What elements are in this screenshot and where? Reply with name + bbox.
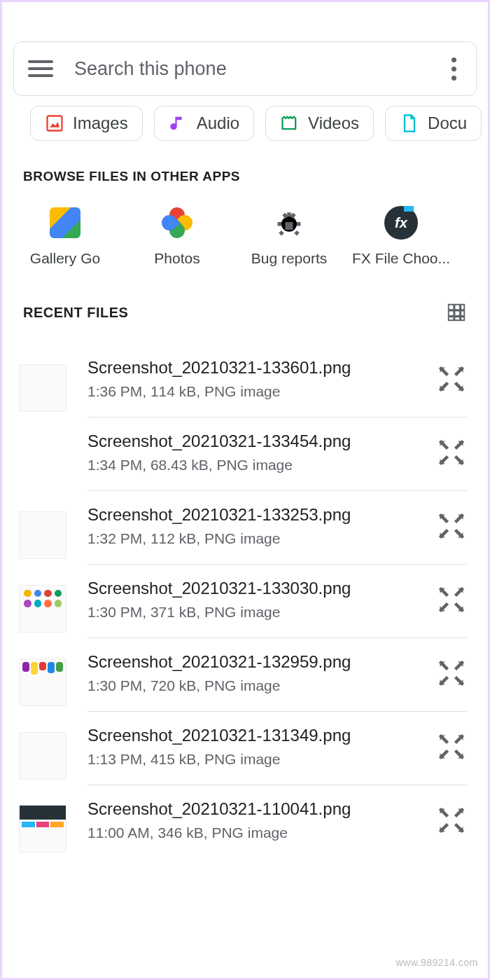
chip-label: Images: [73, 113, 128, 133]
file-thumbnail: [19, 511, 66, 559]
file-thumbnail: [19, 805, 66, 853]
file-row[interactable]: Screenshot_20210321-132959.png 1:30 PM, …: [2, 638, 488, 712]
svg-rect-0: [48, 116, 62, 131]
search-input-placeholder[interactable]: Search this phone: [74, 58, 445, 80]
file-meta: 1:13 PM, 415 kB, PNG image: [88, 751, 422, 768]
file-meta: 1:34 PM, 68.43 kB, PNG image: [88, 457, 422, 474]
app-bug-reports[interactable]: Bug reports: [233, 205, 345, 267]
svg-marker-1: [50, 122, 59, 127]
chip-label: Videos: [308, 113, 359, 133]
recent-files-title: RECENT FILES: [23, 305, 128, 321]
recent-files-header: RECENT FILES: [2, 267, 488, 323]
app-fx-file-chooser[interactable]: fx FX File Choo...: [345, 205, 457, 267]
file-thumbnail: [19, 585, 66, 633]
file-row[interactable]: Screenshot_20210321-110041.png 11:00 AM,…: [2, 785, 488, 858]
file-row[interactable]: Screenshot_20210321-133601.png 1:36 PM, …: [2, 344, 488, 417]
app-label: Bug reports: [251, 250, 328, 267]
document-icon: [400, 113, 419, 133]
photos-icon: [160, 205, 195, 240]
chip-documents[interactable]: Docu: [385, 106, 482, 141]
browse-section-title: BROWSE FILES IN OTHER APPS: [2, 141, 488, 184]
search-bar[interactable]: Search this phone: [13, 41, 477, 96]
fullscreen-icon[interactable]: [436, 658, 467, 689]
file-meta: 1:36 PM, 114 kB, PNG image: [88, 383, 422, 400]
file-name: Screenshot_20210321-133454.png: [88, 432, 422, 451]
fullscreen-icon[interactable]: [436, 805, 467, 836]
chip-audio[interactable]: Audio: [154, 106, 254, 141]
file-thumbnail: [19, 732, 66, 780]
audio-icon: [169, 113, 188, 133]
app-partial[interactable]: G: [457, 205, 488, 267]
fullscreen-icon[interactable]: [436, 437, 467, 468]
image-icon: [45, 113, 64, 133]
bug-icon: [272, 205, 307, 240]
chip-label: Audio: [197, 113, 239, 133]
watermark: www.989214.com: [396, 957, 478, 968]
fullscreen-icon[interactable]: [436, 511, 467, 541]
file-name: Screenshot_20210321-131349.png: [88, 726, 422, 745]
app-label: Photos: [154, 250, 200, 267]
apps-row[interactable]: Gallery Go Photos Bug reports fx FX File…: [2, 184, 488, 267]
fx-icon: fx: [384, 205, 419, 240]
file-meta: 11:00 AM, 346 kB, PNG image: [88, 824, 422, 841]
chip-videos[interactable]: Videos: [265, 106, 374, 141]
gallery-go-icon: [48, 205, 83, 240]
fullscreen-icon[interactable]: [436, 584, 467, 615]
file-row[interactable]: Screenshot_20210321-133454.png 1:34 PM, …: [2, 417, 488, 491]
menu-icon[interactable]: [28, 60, 53, 77]
fullscreen-icon[interactable]: [436, 731, 467, 762]
chip-label: Docu: [428, 113, 467, 133]
file-meta: 1:32 PM, 112 kB, PNG image: [88, 530, 422, 547]
app-label: Gallery Go: [30, 250, 100, 267]
fullscreen-icon[interactable]: [436, 364, 467, 394]
app-label: FX File Choo...: [352, 250, 450, 267]
more-options-icon[interactable]: [445, 57, 462, 81]
chip-images[interactable]: Images: [30, 106, 143, 141]
file-name: Screenshot_20210321-132959.png: [88, 652, 422, 672]
file-name: Screenshot_20210321-133253.png: [88, 505, 422, 525]
file-row[interactable]: Screenshot_20210321-133253.png 1:32 PM, …: [2, 491, 488, 565]
file-thumbnail: [19, 364, 66, 412]
app-photos[interactable]: Photos: [121, 205, 233, 267]
file-meta: 1:30 PM, 720 kB, PNG image: [88, 677, 422, 694]
video-icon: [280, 113, 300, 133]
app-gallery-go[interactable]: Gallery Go: [9, 205, 121, 267]
file-name: Screenshot_20210321-133601.png: [88, 358, 422, 378]
grid-view-icon[interactable]: [446, 302, 467, 323]
file-name: Screenshot_20210321-110041.png: [88, 799, 422, 819]
file-meta: 1:30 PM, 371 kB, PNG image: [88, 604, 422, 621]
file-name: Screenshot_20210321-133030.png: [88, 579, 422, 598]
files-list: Screenshot_20210321-133601.png 1:36 PM, …: [2, 323, 488, 858]
file-row[interactable]: Screenshot_20210321-133030.png 1:30 PM, …: [2, 565, 488, 638]
filter-chip-row: Images Audio Videos Docu: [2, 96, 488, 141]
file-thumbnail: [19, 438, 66, 485]
file-thumbnail: [19, 658, 66, 706]
file-row[interactable]: Screenshot_20210321-131349.png 1:13 PM, …: [2, 712, 488, 785]
